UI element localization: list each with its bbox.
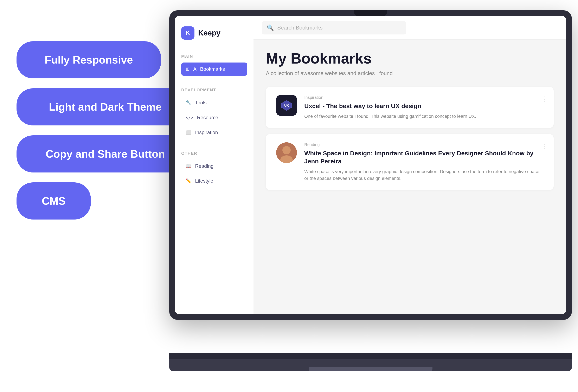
sidebar-item-reading[interactable]: 📖 Reading — [181, 160, 247, 173]
feature-pill-cms[interactable]: CMS — [16, 182, 91, 219]
search-icon: 🔍 — [267, 24, 274, 31]
card-menu-whitespace[interactable]: ⋮ — [541, 142, 547, 150]
sidebar-item-lifestyle[interactable]: ✏️ Lifestyle — [181, 174, 247, 187]
svg-text:UX: UX — [284, 104, 289, 107]
lifestyle-icon: ✏️ — [186, 178, 191, 184]
laptop-mockup: K Keepy MAIN ⊞ All Bookmarks DEVELOPMENT — [169, 10, 572, 371]
sidebar-item-label: Lifestyle — [195, 178, 213, 184]
logo-letter: K — [186, 30, 190, 36]
sidebar-item-tools[interactable]: 🔧 Tools — [181, 96, 247, 109]
tools-icon: 🔧 — [186, 100, 191, 105]
card-description-whitespace: White space is very important in every g… — [304, 168, 543, 182]
sidebar-item-resource[interactable]: </> Resource — [181, 111, 247, 124]
uxcel-logo-icon: UX — [280, 99, 293, 112]
laptop-body: K Keepy MAIN ⊞ All Bookmarks DEVELOPMENT — [169, 10, 572, 320]
main-content: 🔍 Search Bookmarks My Bookmarks A collec… — [253, 16, 566, 314]
card-title-whitespace: White Space in Design: Important Guideli… — [304, 149, 543, 165]
sidebar-item-label: Resource — [197, 115, 218, 121]
sidebar: K Keepy MAIN ⊞ All Bookmarks DEVELOPMENT — [175, 16, 253, 314]
search-input-wrap[interactable]: 🔍 Search Bookmarks — [262, 21, 406, 35]
page-title: My Bookmarks — [266, 50, 554, 67]
feature-label: Light and Dark Theme — [49, 101, 162, 113]
feature-pill-light-dark[interactable]: Light and Dark Theme — [16, 88, 194, 126]
card-category-uxcel: Inspiration — [304, 95, 543, 100]
reading-icon: 📖 — [186, 163, 191, 169]
card-content-uxcel: Inspiration Uxcel - The best way to lear… — [304, 95, 543, 120]
content-area: My Bookmarks A collection of awesome web… — [253, 40, 566, 314]
laptop-screen: K Keepy MAIN ⊞ All Bookmarks DEVELOPMENT — [175, 16, 566, 314]
feature-label: Fully Responsive — [45, 54, 133, 66]
sidebar-item-label: Inspiration — [195, 130, 218, 135]
feature-label: CMS — [42, 195, 66, 207]
logo-name: Keepy — [198, 29, 220, 37]
svg-point-3 — [282, 146, 291, 154]
sidebar-item-inspiration[interactable]: ⬜ Inspiration — [181, 126, 247, 139]
feature-pill-copy-share[interactable]: Copy and Share Button — [16, 135, 194, 173]
sidebar-item-label: Tools — [195, 100, 207, 106]
app-container: K Keepy MAIN ⊞ All Bookmarks DEVELOPMENT — [175, 16, 566, 314]
card-title-uxcel: Uxcel - The best way to learn UX design — [304, 102, 543, 110]
bookmarks-icon: ⊞ — [186, 66, 190, 72]
card-icon-whitespace — [276, 142, 297, 163]
sidebar-section-main: MAIN — [181, 54, 247, 59]
search-placeholder-text: Search Bookmarks — [277, 25, 323, 31]
resource-icon: </> — [186, 115, 193, 120]
bookmark-card-whitespace[interactable]: Reading White Space in Design: Important… — [266, 134, 554, 190]
features-panel: Fully Responsive Light and Dark Theme Co… — [16, 41, 194, 219]
sidebar-item-label: Reading — [195, 163, 213, 169]
card-menu-uxcel[interactable]: ⋮ — [541, 95, 547, 103]
feature-label: Copy and Share Button — [46, 148, 165, 160]
sidebar-logo: K Keepy — [181, 26, 247, 40]
card-content-whitespace: Reading White Space in Design: Important… — [304, 142, 543, 182]
laptop-hinge — [169, 353, 572, 359]
card-icon-uxcel: UX — [276, 95, 297, 116]
card-description-uxcel: One of favourite website I found. This w… — [304, 113, 543, 120]
search-bar: 🔍 Search Bookmarks — [253, 16, 566, 40]
feature-pill-fully-responsive[interactable]: Fully Responsive — [16, 41, 161, 78]
inspiration-icon: ⬜ — [186, 130, 191, 135]
sidebar-section-development: DEVELOPMENT — [181, 88, 247, 92]
laptop-foot — [309, 367, 433, 371]
sidebar-section-other: OTHER — [181, 151, 247, 156]
logo-icon: K — [181, 26, 194, 40]
person-avatar-icon — [276, 142, 297, 163]
laptop-base — [169, 359, 572, 371]
card-category-whitespace: Reading — [304, 142, 543, 147]
bookmark-card-uxcel[interactable]: UX Inspiration Uxcel - The best way to l… — [266, 87, 554, 128]
laptop-notch — [354, 10, 387, 16]
page-subtitle: A collection of awesome websites and art… — [266, 70, 554, 77]
sidebar-item-label: All Bookmarks — [193, 66, 225, 72]
sidebar-item-all-bookmarks[interactable]: ⊞ All Bookmarks — [181, 62, 247, 76]
